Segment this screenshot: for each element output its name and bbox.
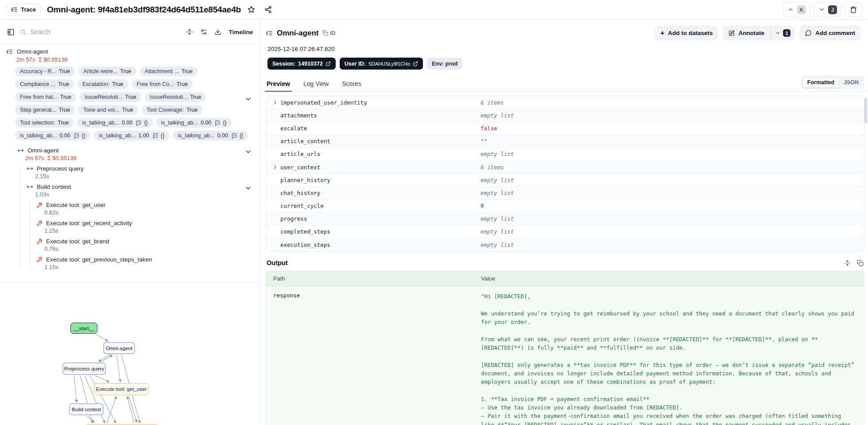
- comment-dots-icon: [231, 133, 237, 139]
- kv-row: execution_stepsempty list: [266, 238, 864, 251]
- graph-node[interactable]: Execute tool: get_user: [94, 383, 149, 395]
- kv-row[interactable]: impersonated_user_identity6 items: [266, 96, 864, 109]
- prev-trace-button[interactable]: K: [783, 2, 810, 17]
- graph-node[interactable]: Omni-agent: [103, 342, 135, 354]
- graph-node[interactable]: __start__: [70, 323, 97, 334]
- topbar: Trace Omni-agent: 9f4a81eb3df983f24d64d5…: [0, 0, 868, 19]
- format-formatted-option[interactable]: Formatted: [802, 77, 839, 88]
- comment-dots-icon: [152, 133, 158, 139]
- trace-label: Trace: [21, 6, 36, 13]
- span-arrows-icon: [27, 165, 33, 172]
- score-badge[interactable]: IssueResoluti...True: [145, 92, 206, 102]
- score-badge[interactable]: IssueResoluti...True: [80, 92, 141, 102]
- score-badge[interactable]: Tool Coverage:True: [142, 105, 202, 115]
- graph-node[interactable]: Build context: [69, 403, 104, 415]
- score-badge[interactable]: Tool selection:True: [15, 118, 74, 128]
- score-badge[interactable]: Free from hal...True: [15, 92, 76, 102]
- wrench-icon: [36, 202, 43, 208]
- score-badge[interactable]: is_talking_ab...0.00{}: [15, 131, 90, 140]
- search-input[interactable]: [30, 28, 181, 35]
- next-trace-button[interactable]: J: [814, 2, 841, 17]
- output-col-value: Value: [481, 275, 495, 282]
- kv-row: chat_historyempty list: [266, 187, 864, 199]
- tab-scores[interactable]: Scores: [341, 80, 362, 91]
- copy-icon[interactable]: [857, 260, 864, 266]
- add-to-datasets-button[interactable]: + Add to datasets: [655, 26, 719, 40]
- session-badge[interactable]: Session: 14910372: [267, 58, 336, 70]
- kv-row: escalatefalse: [266, 122, 864, 135]
- score-badge[interactable]: is_talking_ab...1.00{}: [94, 131, 169, 140]
- bookmark-star-button[interactable]: [245, 4, 258, 16]
- score-badge[interactable]: Free from Co...True: [132, 79, 193, 89]
- tree-span-omni-agent[interactable]: Omni-agent 2m 57s Σ $0.55138 Preprocess …: [0, 147, 260, 270]
- comment-dots-icon: [136, 120, 141, 126]
- detail-tabs: Preview Log View Scores Formatted JSON: [260, 70, 868, 92]
- trace-viewer-app: Trace Omni-agent: 9f4a81eb3df983f24d64d5…: [0, 0, 868, 425]
- detail-title: Omni-agent: [277, 29, 318, 38]
- copy-id-chip[interactable]: ID: [322, 30, 335, 36]
- score-badge[interactable]: Step generat...True: [15, 105, 75, 115]
- comment-bubble-icon: [805, 30, 812, 36]
- tree-span-build-context[interactable]: Build context 1.03s Execute tool: get_us…: [17, 183, 260, 270]
- content-scrollbar-thumb[interactable]: [864, 98, 867, 124]
- collapse-span-chevron[interactable]: [244, 184, 252, 192]
- shortcut-key-k: K: [797, 5, 806, 14]
- output-table: Path Value response"Hi [REDACTED], We un…: [266, 271, 864, 425]
- add-comment-button[interactable]: Add comment: [799, 26, 861, 40]
- comment-dots-icon: [74, 133, 79, 139]
- span-arrows-icon: [17, 147, 24, 154]
- kv-row: completed_stepsempty list: [266, 226, 864, 238]
- annotate-dropdown-toggle[interactable]: 1: [770, 26, 795, 40]
- collapse-all-icon[interactable]: [186, 28, 193, 35]
- list-tree-icon: [11, 6, 18, 13]
- score-badge[interactable]: is_talking_ab...0.00{}: [156, 118, 232, 128]
- tab-preview[interactable]: Preview: [266, 80, 291, 91]
- kv-row: current_cycle0: [266, 200, 864, 213]
- score-badge[interactable]: is_talking_ab...0.00{}: [77, 118, 152, 128]
- collapse-span-chevron[interactable]: [244, 148, 252, 156]
- collapse-root-chevron[interactable]: [244, 95, 252, 103]
- tree-span-tool[interactable]: Execute tool: get_brand0.76s: [27, 238, 260, 252]
- score-badge[interactable]: Accuracy - R...True: [15, 66, 75, 76]
- graph-node[interactable]: Preprocess query: [62, 363, 106, 375]
- score-badge[interactable]: Tone and voi...True: [78, 105, 138, 115]
- trace-tree: Omni-agent 2m 57s Σ $0.55138 Accuracy - …: [0, 45, 260, 283]
- tree-root-node[interactable]: Omni-agent 2m 57s Σ $0.55138 Accuracy - …: [0, 48, 260, 143]
- plus-icon: +: [660, 30, 664, 37]
- annotate-button[interactable]: Annotate: [723, 26, 770, 40]
- delete-trace-button[interactable]: [845, 2, 862, 17]
- tab-log-view[interactable]: Log View: [302, 80, 329, 91]
- kv-row[interactable]: user_context6 items: [266, 161, 864, 174]
- format-json-option[interactable]: JSON: [839, 78, 863, 87]
- trace-detail-panel: Omni-agent ID + Add to datasets: [260, 19, 868, 425]
- tree-span-tool[interactable]: Execute tool: get_user0.82s: [27, 202, 260, 216]
- filter-settings-icon[interactable]: [200, 28, 207, 35]
- tree-span-tool[interactable]: Execute tool: get_recent_activity1.15s: [27, 220, 260, 234]
- share-button[interactable]: [262, 4, 275, 16]
- chevron-up-icon: [787, 6, 794, 13]
- tree-span-preprocess-query[interactable]: Preprocess query 2.15s: [17, 165, 260, 179]
- output-row: response"Hi [REDACTED], We understand yo…: [266, 286, 864, 425]
- search-box[interactable]: [20, 28, 181, 35]
- span-duration: 1.03s: [27, 191, 260, 198]
- download-icon[interactable]: [214, 28, 221, 35]
- collapse-panel-icon[interactable]: [7, 28, 15, 36]
- score-badge[interactable]: is_talking_ab...0.00{}: [173, 131, 248, 140]
- score-badge[interactable]: Compliance ...True: [15, 79, 74, 89]
- span-metrics: 2m 57s Σ $0.55138: [17, 155, 260, 161]
- id-label: ID: [330, 30, 335, 36]
- score-badge[interactable]: Escalation:True: [78, 79, 128, 89]
- chevron-down-icon: [244, 148, 252, 156]
- score-badge[interactable]: Attachment ...True: [140, 66, 198, 76]
- tree-root-label: Omni-agent: [17, 48, 48, 55]
- page-title: Omni-agent: 9f4a81eb3df983f24d64d511e854…: [47, 5, 241, 15]
- user-id-badge[interactable]: User ID: SDAHUSLy9f1CHo: [340, 58, 423, 70]
- tree-span-tool[interactable]: Execute tool: get_previous_steps_taken1.…: [27, 256, 260, 270]
- score-badge[interactable]: Article retrie...True: [78, 66, 136, 76]
- preview-content: impersonated_user_identity6 itemsattachm…: [260, 92, 868, 425]
- chevron-down-icon: [244, 95, 252, 103]
- collapse-vertical-icon[interactable]: [844, 260, 851, 266]
- agent-graph[interactable]: __start__Omni-agentPreprocess queryExecu…: [0, 310, 260, 425]
- timeline-toggle[interactable]: Timeline: [229, 29, 253, 35]
- detail-header: Omni-agent ID + Add to datasets: [260, 19, 868, 70]
